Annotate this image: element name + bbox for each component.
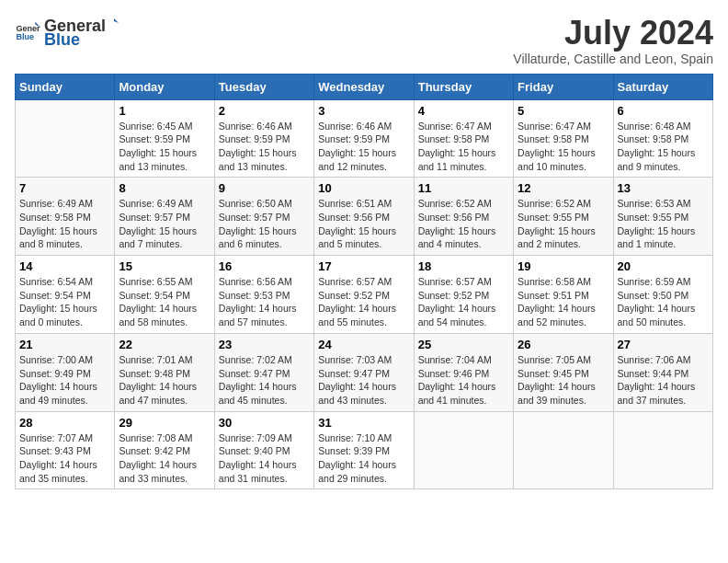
day-info: Sunrise: 7:05 AM Sunset: 9:45 PM Dayligh… (518, 353, 609, 408)
calendar-cell: 31Sunrise: 7:10 AM Sunset: 9:39 PM Dayli… (314, 411, 414, 489)
day-number: 17 (318, 259, 409, 273)
logo: General Blue General Blue (15, 15, 123, 50)
day-number: 13 (618, 181, 709, 195)
day-info: Sunrise: 7:03 AM Sunset: 9:47 PM Dayligh… (318, 353, 409, 408)
day-number: 21 (19, 338, 110, 351)
day-number: 5 (518, 104, 609, 118)
calendar-cell: 28Sunrise: 7:07 AM Sunset: 9:43 PM Dayli… (16, 411, 115, 489)
day-number: 11 (418, 181, 509, 195)
day-info: Sunrise: 7:07 AM Sunset: 9:43 PM Dayligh… (19, 431, 110, 486)
day-info: Sunrise: 6:59 AM Sunset: 9:50 PM Dayligh… (618, 275, 709, 329)
weekday-header: Friday (514, 74, 613, 99)
day-number: 26 (518, 338, 609, 351)
month-title: July 2024 (513, 15, 713, 52)
day-number: 12 (518, 181, 609, 195)
day-number: 28 (19, 416, 110, 430)
day-info: Sunrise: 6:49 AM Sunset: 9:58 PM Dayligh… (19, 197, 110, 251)
calendar-cell: 27Sunrise: 7:06 AM Sunset: 9:44 PM Dayli… (613, 333, 712, 411)
calendar-cell: 21Sunrise: 7:00 AM Sunset: 9:49 PM Dayli… (16, 333, 115, 411)
day-info: Sunrise: 7:00 AM Sunset: 9:49 PM Dayligh… (19, 353, 110, 408)
calendar-cell: 5Sunrise: 6:47 AM Sunset: 9:58 PM Daylig… (514, 99, 613, 178)
calendar-cell: 4Sunrise: 6:47 AM Sunset: 9:58 PM Daylig… (414, 99, 513, 178)
calendar-week-row: 21Sunrise: 7:00 AM Sunset: 9:49 PM Dayli… (16, 333, 713, 411)
day-number: 18 (418, 259, 509, 273)
weekday-header: Monday (115, 74, 214, 99)
svg-text:Blue: Blue (16, 32, 34, 41)
day-info: Sunrise: 7:09 AM Sunset: 9:40 PM Dayligh… (219, 431, 310, 486)
day-number: 15 (119, 259, 210, 273)
calendar-cell: 19Sunrise: 6:58 AM Sunset: 9:51 PM Dayli… (514, 256, 613, 334)
day-info: Sunrise: 7:01 AM Sunset: 9:48 PM Dayligh… (119, 353, 210, 408)
calendar-cell: 25Sunrise: 7:04 AM Sunset: 9:46 PM Dayli… (414, 333, 513, 411)
location-title: Villaturde, Castille and Leon, Spain (513, 52, 713, 66)
day-info: Sunrise: 6:51 AM Sunset: 9:56 PM Dayligh… (318, 197, 409, 251)
day-info: Sunrise: 6:47 AM Sunset: 9:58 PM Dayligh… (518, 120, 609, 174)
calendar-cell: 12Sunrise: 6:52 AM Sunset: 9:55 PM Dayli… (514, 178, 613, 256)
calendar-cell (613, 411, 712, 489)
day-number: 30 (219, 416, 310, 430)
calendar-cell: 8Sunrise: 6:49 AM Sunset: 9:57 PM Daylig… (115, 178, 214, 256)
day-number: 14 (19, 259, 110, 273)
calendar-cell: 29Sunrise: 7:08 AM Sunset: 9:42 PM Dayli… (115, 411, 214, 489)
day-number: 19 (518, 259, 609, 273)
day-number: 16 (219, 259, 310, 273)
day-number: 8 (119, 181, 210, 195)
day-info: Sunrise: 7:02 AM Sunset: 9:47 PM Dayligh… (219, 353, 310, 408)
calendar-cell (16, 99, 115, 178)
day-number: 9 (219, 181, 310, 195)
day-info: Sunrise: 6:46 AM Sunset: 9:59 PM Dayligh… (219, 120, 310, 174)
calendar-cell (414, 411, 513, 489)
day-number: 31 (318, 416, 409, 430)
calendar-cell: 24Sunrise: 7:03 AM Sunset: 9:47 PM Dayli… (314, 333, 414, 411)
day-info: Sunrise: 6:50 AM Sunset: 9:57 PM Dayligh… (219, 197, 310, 251)
calendar-cell: 11Sunrise: 6:52 AM Sunset: 9:56 PM Dayli… (414, 178, 513, 256)
calendar-cell: 10Sunrise: 6:51 AM Sunset: 9:56 PM Dayli… (314, 178, 414, 256)
day-info: Sunrise: 6:52 AM Sunset: 9:55 PM Dayligh… (518, 197, 609, 251)
weekday-header: Wednesday (314, 74, 414, 99)
day-info: Sunrise: 6:45 AM Sunset: 9:59 PM Dayligh… (119, 120, 210, 174)
day-number: 4 (418, 104, 509, 118)
day-number: 27 (618, 338, 709, 351)
calendar-cell: 7Sunrise: 6:49 AM Sunset: 9:58 PM Daylig… (16, 178, 115, 256)
day-info: Sunrise: 6:52 AM Sunset: 9:56 PM Dayligh… (418, 197, 509, 251)
day-info: Sunrise: 6:47 AM Sunset: 9:58 PM Dayligh… (418, 120, 509, 174)
day-number: 7 (19, 181, 110, 195)
day-info: Sunrise: 6:54 AM Sunset: 9:54 PM Dayligh… (19, 275, 110, 329)
weekday-header: Thursday (414, 74, 513, 99)
calendar-cell: 2Sunrise: 6:46 AM Sunset: 9:59 PM Daylig… (214, 99, 313, 178)
weekday-header: Tuesday (214, 74, 313, 99)
calendar-cell: 13Sunrise: 6:53 AM Sunset: 9:55 PM Dayli… (613, 178, 712, 256)
day-number: 6 (618, 104, 709, 118)
calendar-cell: 18Sunrise: 6:57 AM Sunset: 9:52 PM Dayli… (414, 256, 513, 334)
day-info: Sunrise: 6:49 AM Sunset: 9:57 PM Dayligh… (119, 197, 210, 251)
calendar-cell: 14Sunrise: 6:54 AM Sunset: 9:54 PM Dayli… (16, 256, 115, 334)
calendar-cell: 1Sunrise: 6:45 AM Sunset: 9:59 PM Daylig… (115, 99, 214, 178)
weekday-header: Saturday (613, 74, 712, 99)
calendar-cell: 20Sunrise: 6:59 AM Sunset: 9:50 PM Dayli… (613, 256, 712, 334)
calendar-cell: 30Sunrise: 7:09 AM Sunset: 9:40 PM Dayli… (214, 411, 313, 489)
weekday-header: Sunday (16, 74, 115, 99)
calendar-cell: 15Sunrise: 6:55 AM Sunset: 9:54 PM Dayli… (115, 256, 214, 334)
day-number: 23 (219, 338, 310, 351)
weekday-header-row: SundayMondayTuesdayWednesdayThursdayFrid… (16, 74, 713, 99)
day-number: 3 (318, 104, 409, 118)
page-header: General Blue General Blue July 2024 Vill… (15, 15, 713, 66)
day-info: Sunrise: 7:04 AM Sunset: 9:46 PM Dayligh… (418, 353, 509, 408)
day-info: Sunrise: 6:57 AM Sunset: 9:52 PM Dayligh… (318, 275, 409, 329)
calendar-cell: 16Sunrise: 6:56 AM Sunset: 9:53 PM Dayli… (214, 256, 313, 334)
calendar-cell: 22Sunrise: 7:01 AM Sunset: 9:48 PM Dayli… (115, 333, 214, 411)
day-info: Sunrise: 6:55 AM Sunset: 9:54 PM Dayligh… (119, 275, 210, 329)
calendar-cell: 9Sunrise: 6:50 AM Sunset: 9:57 PM Daylig… (214, 178, 313, 256)
day-info: Sunrise: 6:57 AM Sunset: 9:52 PM Dayligh… (418, 275, 509, 329)
day-number: 24 (318, 338, 409, 351)
calendar-table: SundayMondayTuesdayWednesdayThursdayFrid… (15, 74, 713, 490)
logo-bird-icon (106, 15, 122, 31)
day-number: 10 (318, 181, 409, 195)
day-info: Sunrise: 6:53 AM Sunset: 9:55 PM Dayligh… (618, 197, 709, 251)
day-info: Sunrise: 6:58 AM Sunset: 9:51 PM Dayligh… (518, 275, 609, 329)
calendar-week-row: 14Sunrise: 6:54 AM Sunset: 9:54 PM Dayli… (16, 256, 713, 334)
calendar-week-row: 1Sunrise: 6:45 AM Sunset: 9:59 PM Daylig… (16, 99, 713, 178)
title-block: July 2024 Villaturde, Castille and Leon,… (513, 15, 713, 66)
day-info: Sunrise: 7:08 AM Sunset: 9:42 PM Dayligh… (119, 431, 210, 486)
calendar-week-row: 28Sunrise: 7:07 AM Sunset: 9:43 PM Dayli… (16, 411, 713, 489)
